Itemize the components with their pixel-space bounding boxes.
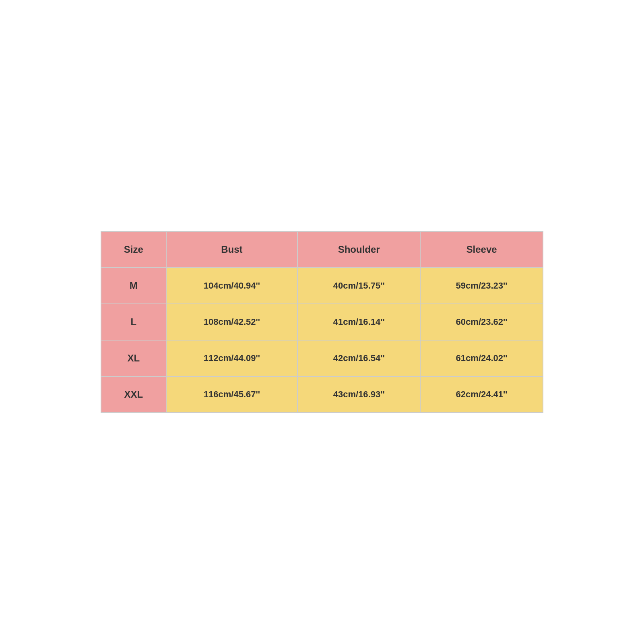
header-shoulder: Shoulder — [297, 231, 420, 268]
cell-bust: 108cm/42.52'' — [166, 304, 298, 340]
cell-shoulder: 42cm/16.54'' — [297, 340, 420, 376]
cell-size: M — [101, 268, 166, 304]
header-row: Size Bust Shoulder Sleeve — [101, 231, 543, 268]
cell-shoulder: 40cm/15.75'' — [297, 268, 420, 304]
cell-sleeve: 59cm/23.23'' — [420, 268, 543, 304]
cell-size: XL — [101, 340, 166, 376]
size-chart-table: Size Bust Shoulder Sleeve M104cm/40.94''… — [101, 231, 543, 413]
header-bust: Bust — [166, 231, 298, 268]
cell-shoulder: 41cm/16.14'' — [297, 304, 420, 340]
cell-bust: 116cm/45.67'' — [166, 376, 298, 413]
cell-size: L — [101, 304, 166, 340]
size-chart-container: Size Bust Shoulder Sleeve M104cm/40.94''… — [101, 231, 543, 413]
cell-shoulder: 43cm/16.93'' — [297, 376, 420, 413]
cell-sleeve: 62cm/24.41'' — [420, 376, 543, 413]
cell-bust: 104cm/40.94'' — [166, 268, 298, 304]
cell-sleeve: 60cm/23.62'' — [420, 304, 543, 340]
table-row: M104cm/40.94''40cm/15.75''59cm/23.23'' — [101, 268, 543, 304]
table-row: L108cm/42.52''41cm/16.14''60cm/23.62'' — [101, 304, 543, 340]
header-sleeve: Sleeve — [420, 231, 543, 268]
cell-sleeve: 61cm/24.02'' — [420, 340, 543, 376]
cell-size: XXL — [101, 376, 166, 413]
table-row: XXL116cm/45.67''43cm/16.93''62cm/24.41'' — [101, 376, 543, 413]
header-size: Size — [101, 231, 166, 268]
cell-bust: 112cm/44.09'' — [166, 340, 298, 376]
table-row: XL112cm/44.09''42cm/16.54''61cm/24.02'' — [101, 340, 543, 376]
